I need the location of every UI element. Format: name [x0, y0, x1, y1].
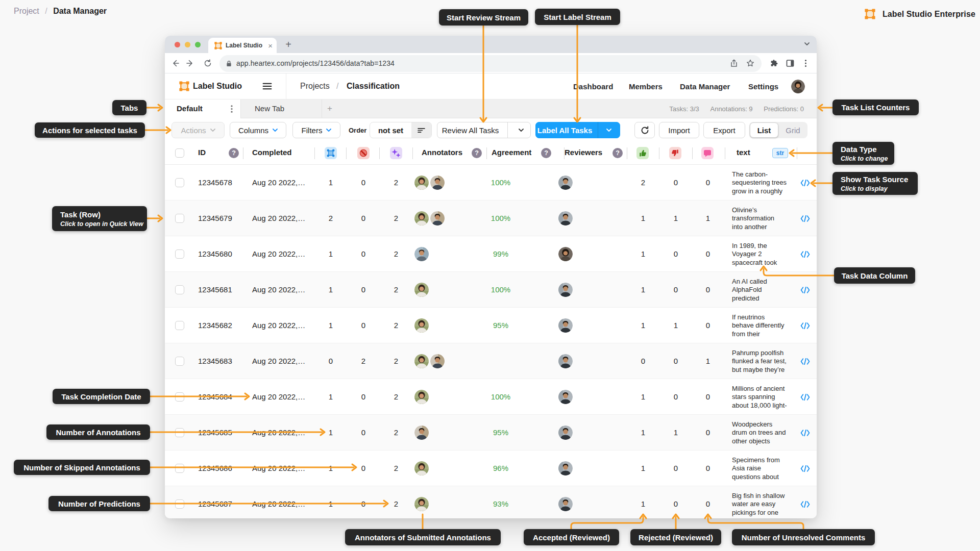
task-source-icon[interactable] — [798, 430, 812, 436]
app-breadcrumb-projects[interactable]: Projects — [300, 82, 330, 91]
import-button[interactable]: Import — [659, 122, 699, 138]
table-row[interactable]: 12345684 Aug 20 2022,… 1 0 2 100% 1 0 0 … — [165, 379, 817, 415]
task-source-icon[interactable] — [798, 287, 812, 293]
table-row[interactable]: 12345682 Aug 20 2022,… 1 0 2 95% 1 1 0 I… — [165, 308, 817, 343]
accepted-icon[interactable] — [636, 147, 649, 159]
browser-tab[interactable]: Label Studio × — [208, 38, 277, 53]
reviewers-cell — [551, 461, 580, 475]
nav-members[interactable]: Members — [629, 82, 663, 91]
col-agreement[interactable]: Agreement — [492, 148, 531, 157]
order-control[interactable]: not set — [370, 122, 432, 138]
row-checkbox[interactable] — [175, 392, 184, 402]
help-icon[interactable]: ? — [541, 148, 551, 158]
table-row[interactable]: 12345678 Aug 20 2022,… 1 0 2 100% 2 0 0 … — [165, 165, 817, 201]
breadcrumb-section[interactable]: Project — [14, 7, 39, 15]
view-list-button[interactable]: List — [750, 122, 778, 138]
import-label: Import — [668, 126, 690, 135]
table-row[interactable]: 12345687 Aug 20 2022,… 1 0 2 93% 1 0 0 B… — [165, 486, 817, 518]
browser-menu-icon[interactable] — [804, 59, 807, 67]
row-checkbox[interactable] — [175, 178, 184, 187]
share-icon[interactable] — [730, 59, 738, 67]
task-source-icon[interactable] — [798, 180, 812, 186]
task-source-icon[interactable] — [798, 322, 812, 329]
table-row[interactable]: 12345680 Aug 20 2022,… 1 0 2 99% 1 0 0 I… — [165, 236, 817, 272]
task-source-icon[interactable] — [798, 215, 812, 222]
reload-icon[interactable] — [204, 59, 212, 67]
row-checkbox[interactable] — [175, 464, 184, 473]
table-row[interactable]: 12345685 Aug 20 2022,… 1 0 2 95% 1 1 0 W… — [165, 415, 817, 450]
label-all-tasks-button[interactable]: Label All Tasks — [535, 122, 620, 138]
table-row[interactable]: 12345683 Aug 20 2022,… 0 2 2 0 0 1 Pahru… — [165, 343, 817, 379]
col-text[interactable]: text — [737, 148, 750, 157]
col-annotators[interactable]: Annotators — [422, 148, 462, 157]
order-label: Order — [349, 127, 366, 134]
nav-data-manager[interactable]: Data Manager — [680, 82, 730, 91]
back-icon[interactable] — [171, 59, 179, 67]
task-id: 12345682 — [198, 321, 245, 330]
col-completed[interactable]: Completed — [252, 148, 292, 157]
url-bar[interactable]: app.heartex.com/projects/123456/data?tab… — [219, 55, 762, 72]
filters-button[interactable]: Filters — [292, 122, 340, 138]
col-reviewers[interactable]: Reviewers — [565, 148, 602, 157]
table-row[interactable]: 12345686 Aug 20 2022,… 1 0 2 96% 1 0 0 S… — [165, 450, 817, 486]
rejected-count: 1 — [663, 214, 689, 222]
task-source-icon[interactable] — [798, 358, 812, 365]
sidebar-panel-icon[interactable] — [786, 59, 794, 67]
bookmark-star-icon[interactable] — [746, 59, 754, 67]
view-grid-button[interactable]: Grid — [778, 126, 807, 135]
new-tab-icon[interactable]: + — [281, 38, 296, 52]
comments-icon[interactable] — [701, 147, 714, 159]
add-tab-icon[interactable]: + — [325, 103, 334, 114]
task-source-icon[interactable] — [798, 465, 812, 472]
tab-default[interactable]: Default — [165, 99, 241, 118]
nav-dashboard[interactable]: Dashboard — [573, 82, 613, 91]
extensions-puzzle-icon[interactable] — [770, 59, 778, 67]
help-icon[interactable]: ? — [472, 148, 482, 158]
browser-toolbar: app.heartex.com/projects/123456/data?tab… — [165, 53, 817, 73]
review-all-tasks-button[interactable]: Review All Tasks — [437, 122, 531, 138]
refresh-button[interactable] — [634, 122, 655, 138]
hamburger-menu-icon[interactable] — [262, 83, 272, 90]
help-icon[interactable]: ? — [612, 148, 623, 158]
row-checkbox[interactable] — [175, 321, 184, 330]
user-avatar[interactable] — [791, 80, 805, 93]
row-checkbox[interactable] — [175, 249, 184, 259]
data-type-badge[interactable]: str — [772, 148, 788, 158]
label-studio-logo[interactable] — [179, 81, 189, 91]
predictions-count: 2 — [383, 464, 409, 472]
columns-button[interactable]: Columns — [230, 122, 286, 138]
table-row[interactable]: 12345679 Aug 20 2022,… 2 0 2 100% 1 1 1 … — [165, 201, 817, 236]
order-value: not set — [370, 122, 411, 138]
help-icon[interactable]: ? — [229, 148, 239, 158]
forward-icon[interactable] — [186, 59, 194, 67]
predictions-icon[interactable] — [390, 147, 402, 159]
skipped-icon[interactable] — [357, 147, 370, 159]
export-button[interactable]: Export — [703, 122, 745, 138]
task-source-icon[interactable] — [798, 251, 812, 258]
task-source-icon[interactable] — [798, 501, 812, 508]
rejected-count: 0 — [663, 392, 689, 401]
col-id[interactable]: ID — [198, 148, 206, 157]
tab-close-icon[interactable]: × — [268, 42, 273, 49]
annotations-count: 0 — [318, 357, 344, 365]
table-row[interactable]: 12345681 Aug 20 2022,… 1 0 2 100% 1 0 0 … — [165, 272, 817, 308]
rejected-icon[interactable] — [669, 147, 681, 159]
nav-settings[interactable]: Settings — [748, 82, 778, 91]
row-checkbox[interactable] — [175, 357, 184, 366]
row-checkbox[interactable] — [175, 428, 184, 437]
tab-options-icon[interactable] — [231, 105, 233, 113]
callout-num-skipped: Number of Skipped Annotations — [14, 460, 150, 475]
annotated-icon[interactable] — [325, 147, 337, 159]
row-checkbox[interactable] — [175, 214, 184, 223]
traffic-light-zoom-icon[interactable] — [195, 42, 201, 47]
sort-direction-icon[interactable] — [411, 122, 431, 138]
tab-new-tab[interactable]: New Tab — [241, 99, 322, 118]
task-source-icon[interactable] — [798, 394, 812, 400]
row-checkbox[interactable] — [175, 499, 184, 509]
traffic-light-minimize-icon[interactable] — [185, 42, 190, 47]
traffic-light-close-icon[interactable] — [175, 42, 180, 47]
callout-start-review: Start Review Stream — [439, 9, 528, 26]
actions-button[interactable]: Actions — [172, 122, 225, 138]
select-all-checkbox[interactable] — [175, 148, 184, 158]
row-checkbox[interactable] — [175, 285, 184, 294]
